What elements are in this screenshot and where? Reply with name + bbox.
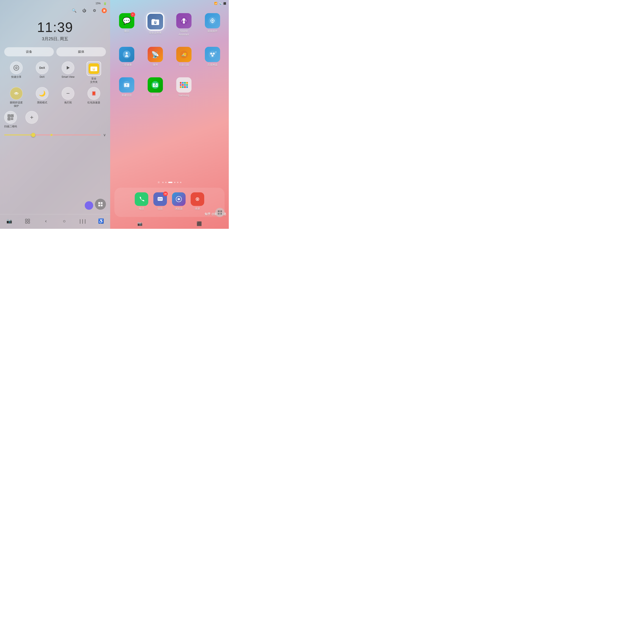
nav-camera[interactable]: 📷 <box>5 217 13 225</box>
grid-button-right[interactable] <box>215 208 225 217</box>
settings-icon[interactable]: ⚙ <box>92 8 97 14</box>
nav-accessibility[interactable]: ♿ <box>97 217 105 225</box>
app-samsung-health[interactable]: 三星健康 <box>112 45 141 69</box>
svg-point-47 <box>213 53 215 55</box>
app-baidu-pan[interactable]: 三星版 百度网盘 <box>198 45 227 69</box>
tile-dark-mode[interactable]: 🌙 黑暗模式 <box>30 87 54 108</box>
tile-dex[interactable]: DeX DeX <box>30 61 54 84</box>
brightness-expand[interactable]: ∨ <box>103 133 106 137</box>
tile-label-quick-share: 快速分享 <box>11 75 21 79</box>
wifi-icon: 📶 <box>214 2 217 5</box>
right-nav-scan[interactable]: ⬛ <box>197 221 202 226</box>
svg-rect-28 <box>152 19 155 21</box>
dock-phone-label: 电话 <box>139 207 144 211</box>
app-theme[interactable]: 主题公园 <box>169 45 198 69</box>
new-message-icon: + <box>119 77 134 93</box>
app-game-plugin[interactable]: 游戏插件 <box>198 11 227 38</box>
left-content: 15% 🔋 🔍 ⏻ ⚙ 新 11:39 3月25日, 周五 设备 媒体 <box>0 0 110 229</box>
svg-rect-53 <box>125 87 126 87</box>
nav-recents[interactable]: | | | <box>78 217 87 225</box>
dock-browser[interactable]: 浏览器 <box>171 190 186 213</box>
brightness-section: ∨ <box>0 130 110 140</box>
app-label-baidu-pan: 百度网盘 <box>207 63 218 67</box>
dock-phone-icon <box>135 192 148 206</box>
svg-point-46 <box>210 53 212 55</box>
page-dot-4[interactable] <box>174 182 175 183</box>
tile-red-packet[interactable]: 🧧 红包加速器 <box>82 87 106 108</box>
nav-back[interactable]: ‹ <box>42 217 50 225</box>
tile-quick-share[interactable]: 快速分享 <box>4 61 28 84</box>
tile-selected-box <box>87 61 101 76</box>
samsung-icon <box>176 77 192 93</box>
dock-browser-label: 浏览器 <box>175 207 183 211</box>
svg-point-59 <box>158 198 159 199</box>
clock-time: 11:39 <box>0 19 110 35</box>
wechat-icon: 💬 ! <box>119 13 134 28</box>
payment-icon <box>148 77 163 93</box>
status-bar-right: 📶 📡 ⬛ <box>110 0 229 7</box>
bottom-nav-left: 📷 ‹ ○ | | | ♿ <box>0 214 110 229</box>
power-icon[interactable]: ⏻ <box>81 8 87 14</box>
sound-assistant-icon <box>176 13 192 28</box>
right-panel: 📶 📡 ⬛ 💬 ! 微信 安 <box>110 0 229 229</box>
app-secure-folder[interactable]: 安全文件夹 <box>141 11 169 38</box>
tile-qr-scan[interactable]: 扫描二维码 <box>4 111 17 128</box>
app-sound-assistant[interactable]: SoundAssistant <box>169 11 198 38</box>
app-label-samsung-health: 三星健康 <box>122 63 132 67</box>
app-weibo[interactable]: 📡 微博 <box>141 45 169 69</box>
tile-circle-qr <box>4 111 17 124</box>
dock-screen-rec[interactable]: 录屏 <box>190 190 205 213</box>
svg-rect-4 <box>91 67 93 68</box>
tab-device[interactable]: 设备 <box>4 47 54 56</box>
right-nav-camera[interactable]: 📷 <box>137 221 143 226</box>
app-label-payment: 收付款 <box>151 94 159 97</box>
tab-media[interactable]: 媒体 <box>56 47 106 56</box>
quick-tiles-row3: 扫描二维码 + <box>0 109 110 130</box>
svg-text:三星版: 三星版 <box>215 51 217 53</box>
tile-secure-folder[interactable]: 安全文件夹 <box>82 61 106 84</box>
svg-point-60 <box>160 198 161 199</box>
grid-icon <box>98 202 103 206</box>
app-new-message[interactable]: + 新建信息 <box>112 75 141 99</box>
page-dot-1[interactable] <box>162 182 164 183</box>
tile-eye-comfort[interactable]: A 眼睛舒适度保护 <box>4 87 28 108</box>
svg-point-63 <box>178 198 180 200</box>
app-label-game-plugin: 游戏插件 <box>207 30 218 33</box>
grid-button-left[interactable] <box>95 199 106 210</box>
page-dot-5[interactable] <box>177 182 178 183</box>
tile-label-secure-folder: 安全文件夹 <box>90 77 98 84</box>
dock-messenger-icon: 24 <box>153 192 167 206</box>
right-bottom-nav: 📷 ⬛ <box>110 219 229 229</box>
tile-circle-smart-view <box>62 61 74 74</box>
nav-home[interactable]: ○ <box>60 217 68 225</box>
svg-marker-1 <box>67 66 70 69</box>
page-dot-6[interactable] <box>180 182 181 183</box>
new-badge[interactable]: 新 <box>102 8 107 13</box>
svg-point-44 <box>184 53 186 55</box>
page-dot-3-active[interactable] <box>168 182 172 183</box>
search-icon[interactable]: 🔍 <box>71 8 77 14</box>
secure-folder-icon <box>147 13 164 30</box>
app-samsung[interactable]: Samsung <box>169 75 198 99</box>
svg-rect-25 <box>28 222 30 223</box>
brightness-slider[interactable] <box>4 135 101 135</box>
svg-rect-13 <box>8 115 10 116</box>
nav-scan[interactable] <box>23 217 32 225</box>
purple-dot[interactable] <box>85 201 93 210</box>
tile-add[interactable]: + <box>25 111 38 124</box>
dock-phone[interactable]: 电话 <box>134 190 149 213</box>
tile-smart-view[interactable]: Smart View <box>56 61 80 84</box>
app-payment[interactable]: 收付款 <box>141 75 169 99</box>
svg-point-39 <box>212 22 213 23</box>
dock-messenger[interactable]: 24 信息 <box>153 190 168 213</box>
svg-point-37 <box>212 19 213 19</box>
samsung-health-icon <box>119 47 134 62</box>
svg-point-48 <box>211 55 214 57</box>
tile-circle-dark: 🌙 <box>36 87 49 100</box>
dock-screen-rec-label: 录屏 <box>195 207 200 211</box>
brightness-thumb[interactable] <box>31 133 35 137</box>
tile-dnd[interactable]: − 免打扰 <box>56 87 80 108</box>
app-wechat[interactable]: 💬 ! 微信 <box>112 11 141 38</box>
page-dot-2[interactable] <box>165 182 167 183</box>
top-icons: 🔍 ⏻ ⚙ 新 <box>0 7 110 15</box>
